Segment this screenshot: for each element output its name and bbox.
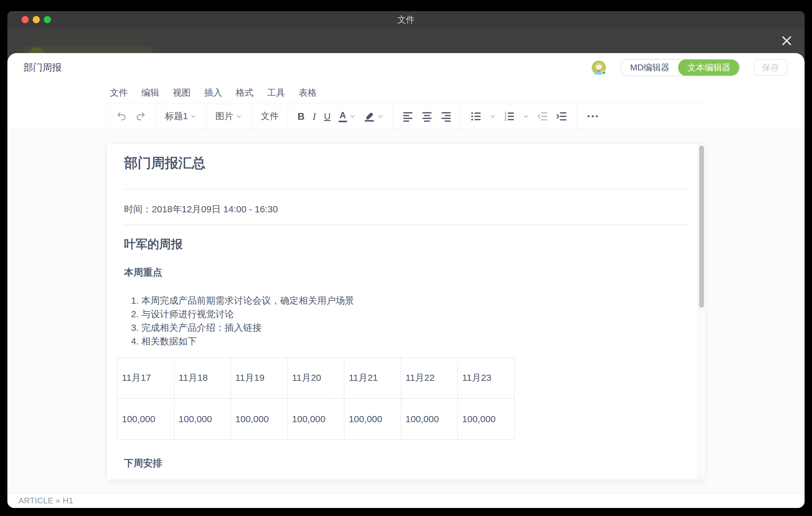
- list-group: 1 2 3: [461, 104, 577, 129]
- table-cell[interactable]: 100,000: [118, 398, 174, 439]
- bold-button[interactable]: B: [297, 111, 304, 122]
- highlighter-icon: [364, 111, 375, 122]
- undo-icon[interactable]: [116, 111, 127, 122]
- horizontal-rule: [124, 225, 688, 225]
- table-cell[interactable]: 11月19: [231, 357, 288, 398]
- menu-format[interactable]: 格式: [236, 87, 254, 99]
- table-row: 11月17 11月18 11月19 11月20 11月21 11月22 11月2…: [118, 357, 515, 398]
- align-right-icon[interactable]: [440, 111, 452, 122]
- image-dropdown[interactable]: 图片: [215, 110, 242, 122]
- table-cell[interactable]: 100,000: [231, 398, 288, 439]
- doc-heading-2[interactable]: 叶军的周报: [124, 237, 688, 252]
- doc-heading-3[interactable]: 下周安排: [124, 457, 688, 470]
- editor-panel: 部门周报 MD编辑器 文本编辑器 保存: [7, 53, 805, 508]
- align-group: [393, 104, 461, 129]
- indent-icon[interactable]: [556, 111, 567, 122]
- list-item[interactable]: 与设计师进行视觉讨论: [141, 307, 688, 321]
- chevron-down-icon[interactable]: [490, 113, 496, 119]
- list-item[interactable]: 相关数据如下: [141, 335, 688, 348]
- menu-tools[interactable]: 工具: [267, 87, 285, 99]
- editor-content-area: 部门周报汇总 时间：2018年12月09日 14:00 - 16:30 叶军的周…: [7, 129, 805, 493]
- list-item[interactable]: 完成相关产品介绍：插入链接: [141, 321, 688, 335]
- align-center-icon[interactable]: [422, 111, 433, 122]
- menu-table[interactable]: 表格: [299, 87, 317, 99]
- doc-heading-1[interactable]: 部门周报汇总: [124, 155, 688, 171]
- toolbar-box: 标题1 图片: [107, 104, 707, 129]
- table-cell[interactable]: 100,000: [174, 398, 231, 439]
- file-button[interactable]: 文件: [261, 110, 279, 122]
- editor-mode-toggle: MD编辑器 文本编辑器: [620, 59, 740, 76]
- table-cell[interactable]: 100,000: [344, 398, 401, 439]
- file-group: 文件: [252, 104, 288, 129]
- traffic-lights: [22, 16, 51, 23]
- image-group: 图片: [206, 104, 251, 129]
- menu-view[interactable]: 视图: [173, 87, 191, 99]
- format-group: B I U A: [288, 104, 393, 129]
- history-group: [107, 104, 155, 129]
- doc-data-table: 11月17 11月18 11月19 11月20 11月21 11月22 11月2…: [117, 357, 515, 440]
- user-avatar[interactable]: [592, 60, 606, 75]
- more-options-button[interactable]: •••: [586, 112, 600, 121]
- menu-file[interactable]: 文件: [110, 87, 128, 99]
- toolbar: 标题1 图片: [7, 104, 805, 129]
- redo-icon[interactable]: [135, 111, 146, 122]
- table-cell[interactable]: 11月23: [458, 357, 515, 398]
- table-cell[interactable]: 11月20: [288, 357, 344, 398]
- table-cell[interactable]: 100,000: [288, 398, 344, 439]
- menu-edit[interactable]: 编辑: [141, 87, 159, 99]
- chevron-down-icon[interactable]: [377, 113, 383, 119]
- svg-text:3: 3: [504, 118, 506, 121]
- save-button[interactable]: 保存: [754, 59, 787, 76]
- doc-time-line[interactable]: 时间：2018年12月09日 14:00 - 16:30: [124, 203, 688, 216]
- horizontal-rule: [124, 189, 688, 189]
- table-cell[interactable]: 100,000: [458, 398, 515, 439]
- table-row: 100,000 100,000 100,000 100,000 100,000 …: [118, 398, 515, 439]
- modal-backdrop: [7, 28, 805, 53]
- chevron-down-icon: [190, 113, 197, 119]
- close-icon[interactable]: [779, 33, 794, 48]
- underline-button[interactable]: U: [324, 111, 331, 122]
- scrollbar-thumb[interactable]: [699, 146, 704, 308]
- italic-button[interactable]: I: [313, 111, 316, 122]
- editor-header: 部门周报 MD编辑器 文本编辑器 保存: [7, 53, 805, 82]
- numbered-list-icon[interactable]: 1 2 3: [504, 111, 515, 122]
- element-path-breadcrumb: ARTICLE » H1: [19, 496, 73, 506]
- chevron-down-icon: [236, 113, 242, 119]
- heading-dropdown[interactable]: 标题1: [165, 110, 197, 122]
- titlebar: 文件: [7, 11, 805, 28]
- outdent-icon[interactable]: [537, 111, 548, 122]
- document-page[interactable]: 部门周报汇总 时间：2018年12月09日 14:00 - 16:30 叶军的周…: [107, 144, 706, 480]
- font-color-button[interactable]: A: [339, 111, 356, 122]
- chevron-down-icon[interactable]: [350, 113, 356, 119]
- table-cell[interactable]: 11月22: [401, 357, 458, 398]
- doc-heading-3[interactable]: 本周重点: [124, 267, 688, 278]
- close-window-button[interactable]: [22, 16, 29, 23]
- scrollbar-track[interactable]: [697, 144, 705, 480]
- heading-group: 标题1: [156, 104, 206, 129]
- zoom-window-button[interactable]: [44, 16, 51, 23]
- page-title: 部门周报: [24, 61, 62, 74]
- heading-dropdown-label: 标题1: [165, 110, 188, 122]
- menu-bar: 文件 编辑 视图 插入 格式 工具 表格: [7, 82, 805, 104]
- font-color-icon: A: [339, 111, 347, 122]
- status-bar: ARTICLE » H1: [7, 493, 805, 508]
- chevron-down-icon[interactable]: [523, 113, 529, 119]
- image-dropdown-label: 图片: [215, 110, 233, 122]
- bullet-list-icon[interactable]: [470, 111, 482, 122]
- text-editor-tab[interactable]: 文本编辑器: [678, 59, 740, 76]
- header-actions: MD编辑器 文本编辑器 保存: [592, 59, 787, 76]
- doc-ordered-list: 本周完成产品前期需求讨论会议，确定相关用户场景 与设计师进行视觉讨论 完成相关产…: [124, 294, 688, 348]
- table-cell[interactable]: 100,000: [401, 398, 458, 439]
- table-cell[interactable]: 11月18: [174, 357, 231, 398]
- highlight-button[interactable]: [364, 111, 383, 122]
- table-cell[interactable]: 11月17: [118, 357, 174, 398]
- menu-insert[interactable]: 插入: [204, 87, 222, 99]
- window-title: 文件: [397, 14, 415, 26]
- table-cell[interactable]: 11月21: [344, 357, 401, 398]
- more-group: •••: [577, 104, 609, 129]
- align-left-icon[interactable]: [402, 111, 413, 122]
- md-editor-tab[interactable]: MD编辑器: [621, 60, 679, 76]
- minimize-window-button[interactable]: [33, 16, 40, 23]
- list-item[interactable]: 本周完成产品前期需求讨论会议，确定相关用户场景: [141, 294, 688, 307]
- app-window: 文件 部门周报: [7, 11, 805, 508]
